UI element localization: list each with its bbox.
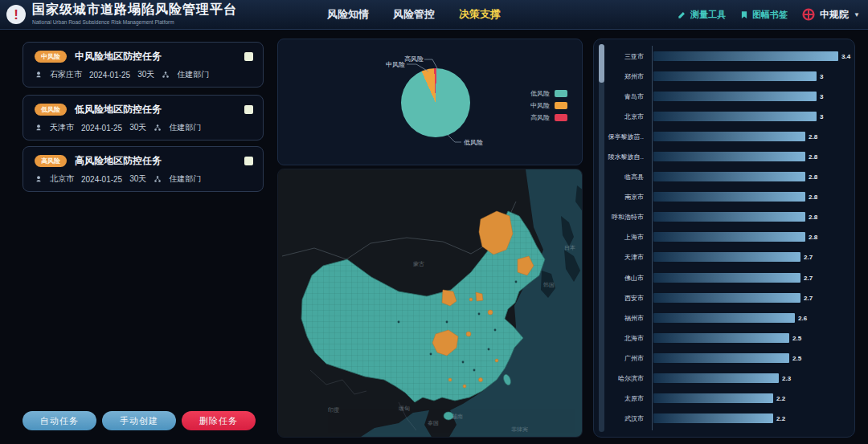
china-risk-map-panel[interactable]: 蒙古 韩国 日本 印度 缅甸 泰国 越南 菲律宾	[277, 169, 583, 438]
bar-label: 青岛市	[594, 92, 644, 100]
bar-label: 上海市	[594, 233, 644, 242]
org-logo-icon	[802, 8, 815, 21]
pie-legend: 低风险 中风险 高风险	[530, 89, 567, 122]
bar-row: 青岛市3	[594, 86, 854, 106]
nav-tabs: 风险知情 风险管控 决策支撑	[315, 0, 513, 29]
task-checkbox[interactable]	[244, 105, 253, 114]
bar	[653, 192, 805, 202]
task-dept: 住建部门	[177, 69, 209, 80]
bar-row: 佛山市2.7	[594, 267, 854, 287]
bar-value: 2.7	[804, 274, 813, 281]
task-card-medium-risk[interactable]: 中风险 中风险地区防控任务 石家庄市 2024-01-25 30天 住建部门	[23, 42, 264, 88]
title-block: 国家级城市道路塌陷风险管理平台 National Urban Road Subs…	[32, 2, 237, 25]
tab-risk-control[interactable]: 风险管控	[381, 0, 447, 29]
risk-pie-chart[interactable]	[401, 68, 470, 137]
bar-row: 呼和浩特市2.8	[594, 207, 854, 227]
tab-decision-support[interactable]: 决策支撑	[447, 0, 513, 29]
legend-item-high[interactable]: 高风险	[530, 113, 567, 122]
bar-label: 保亭黎族苗..	[594, 132, 644, 141]
app-logo-icon: !	[6, 5, 26, 24]
measure-tool-button[interactable]: 测量工具	[678, 9, 726, 21]
bar-value: 2.8	[809, 234, 817, 241]
map-label-mongolia: 蒙古	[413, 261, 424, 267]
bar	[653, 333, 789, 343]
bar-value: 2.8	[809, 214, 817, 221]
legend-swatch-low	[555, 90, 567, 97]
legend-label: 高风险	[530, 113, 550, 122]
bar	[653, 212, 805, 222]
bar-value: 2.8	[809, 132, 817, 140]
bar	[653, 172, 805, 181]
org-menu[interactable]: 中规院 ▼	[802, 8, 860, 22]
map-bookmark-button[interactable]: 图幅书签	[740, 9, 788, 21]
legend-label: 低风险	[530, 89, 550, 98]
legend-item-low[interactable]: 低风险	[530, 89, 567, 98]
bar-label: 天津市	[594, 253, 644, 262]
bar-label: 广州市	[594, 353, 644, 362]
manual-create-button[interactable]: 手动创建	[102, 411, 176, 430]
map-bookmark-label: 图幅书签	[752, 9, 788, 21]
legend-swatch-high	[555, 114, 567, 121]
task-duration: 30天	[129, 122, 146, 133]
task-dept: 住建部门	[169, 122, 201, 133]
task-card-low-risk[interactable]: 低风险 低风险地区防控任务 天津市 2024-01-25 30天 住建部门	[23, 95, 264, 141]
city-risk-bar-panel[interactable]: 三亚市3.4郑州市3青岛市3北京市3保亭黎族苗..2.8陵水黎族自..2.8临高…	[593, 39, 855, 438]
bar-label: 南京市	[594, 193, 644, 202]
bar-label: 佛山市	[594, 273, 644, 282]
china-map-svg: 蒙古 韩国 日本 印度 缅甸 泰国 越南 菲律宾	[278, 169, 583, 438]
bar-value: 2.7	[804, 294, 813, 301]
measure-tool-label: 测量工具	[690, 9, 726, 21]
task-date: 2024-01-25	[81, 124, 122, 132]
bar-label: 福州市	[594, 313, 644, 322]
bar-row: 保亭黎族苗..2.8	[594, 126, 854, 146]
map-label-thailand: 泰国	[428, 420, 439, 426]
bar-label: 三亚市	[594, 51, 644, 60]
bar-value: 2.8	[809, 173, 817, 181]
legend-swatch-medium	[555, 102, 567, 109]
risk-badge: 低风险	[35, 104, 67, 116]
map-label-myanmar: 缅甸	[399, 405, 410, 412]
bar-label: 北海市	[594, 333, 644, 342]
task-duration: 30天	[137, 69, 154, 80]
bar-value: 2.5	[792, 334, 801, 341]
bar-label: 郑州市	[594, 71, 644, 80]
bar-row: 郑州市3	[594, 66, 854, 86]
delete-task-button[interactable]: 删除任务	[182, 411, 256, 430]
task-card-high-risk[interactable]: 高风险 高风险地区防控任务 北京市 2024-01-25 30天 住建部门	[23, 146, 264, 192]
bar-value: 2.7	[804, 254, 813, 261]
header: ! 国家级城市道路塌陷风险管理平台 National Urban Road Su…	[0, 0, 868, 30]
task-date: 2024-01-25	[89, 71, 130, 79]
map-label-india: 印度	[328, 407, 339, 413]
bar-value: 2.6	[798, 314, 807, 321]
bar	[653, 353, 789, 363]
bar-value: 2.2	[776, 415, 785, 422]
bar-label: 西安市	[594, 293, 644, 302]
task-date: 2024-01-25	[81, 175, 122, 184]
department-icon	[154, 175, 162, 183]
risk-pie-panel: 中风险 高风险 低风险 低风险 中风险 高风险	[277, 39, 583, 165]
bar-label: 北京市	[594, 112, 644, 120]
tab-risk-info[interactable]: 风险知情	[315, 0, 381, 29]
bar-value: 3	[820, 92, 823, 100]
location-icon	[35, 175, 43, 183]
task-city: 北京市	[50, 173, 74, 185]
bar-row: 福州市2.6	[594, 308, 854, 328]
bar	[653, 413, 773, 423]
map-label-korea: 韩国	[543, 282, 555, 288]
page-subtitle: National Urban Road Subsidence Risk Mana…	[32, 19, 237, 25]
bar-value: 2.3	[782, 375, 791, 382]
pie-label-low: 低风险	[464, 138, 483, 147]
map-label-vietnam: 越南	[452, 413, 463, 420]
legend-item-medium[interactable]: 中风险	[530, 101, 567, 110]
legend-label: 中风险	[530, 101, 550, 110]
bar	[653, 373, 779, 383]
task-title: 低风险地区防控任务	[75, 103, 236, 116]
location-icon	[35, 124, 43, 132]
bookmark-icon	[740, 10, 748, 19]
bar	[653, 112, 817, 121]
task-checkbox[interactable]	[244, 157, 253, 165]
bar-row: 三亚市3.4	[594, 46, 854, 66]
bar-value: 2.8	[809, 193, 817, 201]
task-checkbox[interactable]	[244, 52, 253, 61]
auto-task-button[interactable]: 自动任务	[23, 411, 96, 430]
